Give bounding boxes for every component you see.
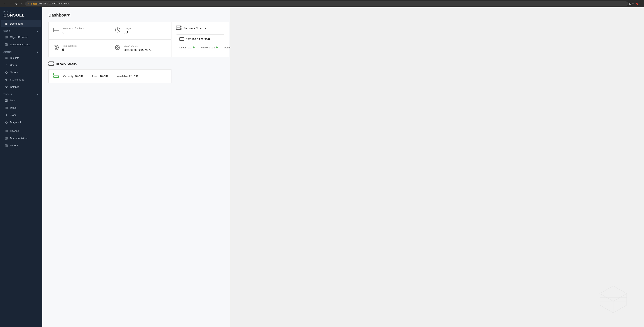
buckets-label: Number of Buckets xyxy=(62,27,84,30)
svg-rect-22 xyxy=(49,64,54,65)
settings-icon: ⚙ xyxy=(4,85,8,89)
documentation-icon: ◫ xyxy=(4,136,8,140)
servers-status-title: Servers Status xyxy=(184,26,206,30)
capacity-stat: Capacity: 20 GiB xyxy=(63,75,83,78)
svg-rect-21 xyxy=(49,62,54,63)
back-button[interactable]: ← xyxy=(2,1,7,6)
svg-rect-1 xyxy=(54,28,59,29)
server-monitor-icon xyxy=(179,37,184,43)
sidebar-item-users[interactable]: ○ Users xyxy=(1,62,41,68)
drive-card-icon xyxy=(53,73,60,79)
sidebar-item-logout[interactable]: ◫ Logout xyxy=(1,142,41,149)
security-warning-icon: ⚠ xyxy=(28,2,30,5)
browser-action-2[interactable]: ☆ xyxy=(632,2,634,5)
sidebar-item-logs[interactable]: ◫ Logs xyxy=(1,97,41,104)
minio-version-stat-icon xyxy=(115,44,120,52)
svg-point-16 xyxy=(180,26,181,27)
object-browser-icon: ◫ xyxy=(4,35,8,39)
dashboard-icon: ⊞ xyxy=(4,22,8,25)
total-objects-value: 0 xyxy=(62,48,76,52)
svg-point-26 xyxy=(58,76,59,77)
drives-status-icon xyxy=(48,61,54,67)
sidebar: MINIO CONSOLE ⊞ Dashboard USER ▲ ◫ Objec… xyxy=(0,7,42,327)
license-icon: ◫ xyxy=(4,129,8,133)
usage-value: 0B xyxy=(124,30,131,34)
svg-point-25 xyxy=(58,74,59,74)
total-objects-stat-card: Total Objects 0 xyxy=(48,39,110,57)
logout-icon: ◫ xyxy=(4,144,8,147)
svg-point-7 xyxy=(56,47,56,48)
tools-section-label: TOOLS ▲ xyxy=(0,90,42,97)
usage-stat-card: Usage 0B xyxy=(110,22,172,39)
sidebar-item-object-browser[interactable]: ◫ Object Browser xyxy=(1,34,41,40)
watch-icon: ◫ xyxy=(4,106,8,109)
sidebar-item-settings[interactable]: ⚙ Settings xyxy=(1,83,41,90)
sidebar-item-dashboard[interactable]: ⊞ Dashboard xyxy=(1,20,41,27)
minio-version-stat-card: MinIO Version 2021-09-09T21:37:07Z xyxy=(110,39,172,57)
servers-status-icon xyxy=(176,25,182,31)
svg-point-4 xyxy=(117,29,118,30)
url-text: 192.168.0.228:9003/dashboard xyxy=(38,2,70,5)
sidebar-item-license[interactable]: ◫ License xyxy=(1,127,41,134)
svg-rect-18 xyxy=(180,37,184,40)
network-stat: Network: 1/1 xyxy=(201,46,218,49)
sidebar-item-iam-policies[interactable]: ⊙ IAM Policies xyxy=(1,76,41,83)
drives-section: Drives Status Capacity: xyxy=(48,61,224,83)
svg-rect-0 xyxy=(54,28,59,32)
service-accounts-icon: ◫ xyxy=(4,43,8,46)
forward-button[interactable]: → xyxy=(8,1,13,6)
page-title: Dashboard xyxy=(48,13,224,18)
network-dot xyxy=(216,46,218,48)
users-icon: ○ xyxy=(4,63,8,67)
minio-version-label: MinIO Version xyxy=(124,45,152,48)
sidebar-item-diagnostic[interactable]: ◎ Diagnostic xyxy=(1,119,41,126)
usage-stat-icon xyxy=(115,27,120,34)
drives-dot xyxy=(192,46,194,48)
brand-text: MINIO xyxy=(4,11,39,13)
diagnostic-icon: ◎ xyxy=(4,120,8,124)
admin-section-chevron: ▲ xyxy=(37,51,39,53)
servers-status-card: Servers Status 192.168.0.228:9 xyxy=(172,22,229,57)
product-text: CONSOLE xyxy=(4,13,39,17)
drives-status-title: Drives Status xyxy=(56,62,77,66)
buckets-icon: ☰ xyxy=(4,56,8,59)
browser-settings[interactable]: ⋮ xyxy=(640,2,642,5)
buckets-stat-icon xyxy=(53,27,60,34)
user-section-chevron: ▲ xyxy=(37,30,39,32)
drives-card: Capacity: 20 GiB Used: 18 GiB Available:… xyxy=(48,69,172,83)
sidebar-item-service-accounts[interactable]: ◫ Service Accounts xyxy=(1,41,41,48)
total-objects-label: Total Objects xyxy=(62,44,76,47)
url-bar[interactable]: ⚠ 不安全 192.168.0.228:9003/dashboard xyxy=(25,1,628,6)
usage-label: Usage xyxy=(124,27,131,30)
logs-icon: ◫ xyxy=(4,99,8,102)
admin-section-label: ADMIN ▲ xyxy=(0,48,42,54)
iam-policies-icon: ⊙ xyxy=(4,78,8,81)
buckets-stat-card: Number of Buckets 0 xyxy=(48,22,110,39)
uptime-stat: Uptime: 37 minutes xyxy=(224,44,230,50)
user-section-label: USER ▲ xyxy=(0,27,42,33)
sidebar-item-buckets[interactable]: ☰ Buckets xyxy=(1,54,41,61)
browser-action-1[interactable]: ⊞ xyxy=(629,2,631,5)
groups-icon: ◎ xyxy=(4,70,8,74)
logo: MINIO CONSOLE xyxy=(0,7,42,20)
browser-action-3[interactable]: 🔖 xyxy=(636,2,638,5)
sidebar-item-groups[interactable]: ◎ Groups xyxy=(1,69,41,76)
total-objects-stat-icon xyxy=(53,44,59,52)
sidebar-item-trace[interactable]: ⊹ Trace xyxy=(1,111,41,118)
main-content: Dashboard N xyxy=(42,7,230,327)
security-warning-text: 不安全 xyxy=(30,2,37,5)
reload-button[interactable]: ↺ xyxy=(14,1,19,6)
server-address: 192.168.0.228:9002 xyxy=(186,38,210,41)
close-button[interactable]: ✕ xyxy=(20,2,24,5)
trace-icon: ⊹ xyxy=(4,113,8,117)
svg-point-9 xyxy=(117,46,118,48)
sidebar-item-watch[interactable]: ◫ Watch xyxy=(1,104,41,111)
server-entry: 192.168.0.228:9002 Drives: 1/1 Network: … xyxy=(176,34,224,53)
sidebar-item-documentation[interactable]: ◫ Documentation xyxy=(1,135,41,142)
svg-point-17 xyxy=(180,28,181,29)
tools-section-chevron: ▲ xyxy=(37,93,39,95)
minio-version-value: 2021-09-09T21:37:07Z xyxy=(124,48,152,51)
buckets-value: 0 xyxy=(62,30,84,34)
available-stat: Available: 2.1 GiB xyxy=(117,75,138,78)
drives-stat: Drives: 1/1 xyxy=(179,46,194,49)
